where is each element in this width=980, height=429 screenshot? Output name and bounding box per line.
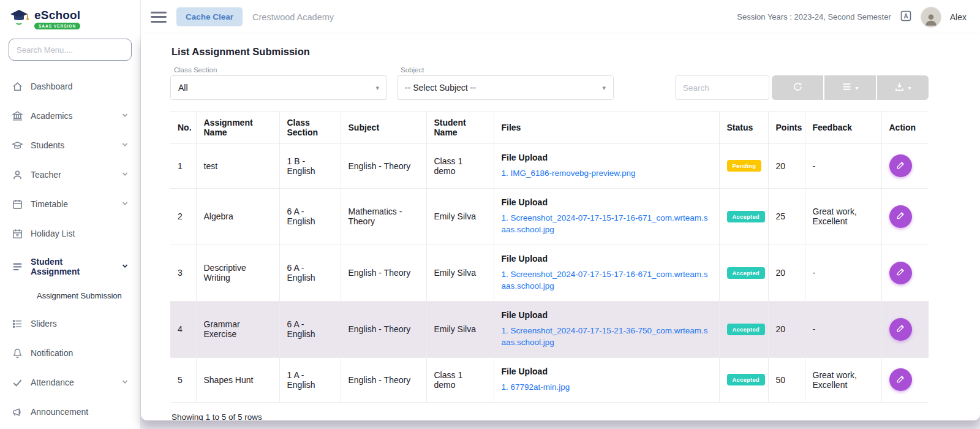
file-link[interactable]: 1. IMG_6186-removebg-preview.png [502, 167, 636, 180]
sidebar-item-attendance[interactable]: Attendance [0, 368, 140, 397]
sidebar-item-label: Academics [31, 111, 113, 121]
hamburger-menu-icon[interactable] [151, 11, 167, 23]
home-icon [11, 80, 23, 93]
table-footer: Showing 1 to 5 of 5 rows [172, 412, 927, 421]
sidebar-item-student-assignment[interactable]: Student Assignment [0, 248, 140, 285]
chevron-down-icon [121, 140, 129, 151]
subject-select[interactable]: -- Select Subject -- ▾ [397, 75, 614, 100]
sidebar-item-dashboard[interactable]: Dashboard [0, 72, 140, 101]
column-header-assignment-name[interactable]: Assignment Name [196, 112, 279, 144]
cell-points: 50 [768, 357, 805, 402]
cell-action [881, 301, 929, 357]
column-header-status[interactable]: Status [719, 112, 768, 144]
file-link[interactable]: 1. 67792at-min.jpg [502, 381, 570, 393]
sidebar-subitem-assignment-submission[interactable]: Assignment Submission [0, 285, 140, 309]
cell-class-section: 1 A - English [279, 357, 341, 402]
export-button[interactable]: ▾ [877, 75, 929, 100]
cell-files: File Upload1. Screenshot_2024-07-17-15-2… [494, 301, 719, 357]
chevron-down-icon [121, 378, 129, 388]
edit-button[interactable] [889, 205, 912, 228]
status-badge: Accepted [727, 211, 765, 222]
chevron-down-icon [121, 199, 129, 210]
cell-feedback: - [805, 301, 881, 357]
avatar[interactable] [921, 7, 941, 28]
cell-status: Accepted [719, 357, 768, 402]
sidebar-item-sliders[interactable]: Sliders [0, 309, 140, 338]
cell-subject: English - Theory [341, 301, 426, 357]
column-header-action[interactable]: Action [881, 112, 929, 144]
cell-assignment-name: Algebra [196, 188, 279, 245]
sidebar-item-academics[interactable]: Academics [0, 101, 140, 131]
pencil-icon [896, 324, 905, 335]
refresh-icon [793, 82, 803, 94]
brand-logo-icon [9, 7, 29, 30]
cell-feedback: - [805, 245, 881, 301]
sidebar-item-notification[interactable]: Notification [0, 338, 140, 368]
cell-feedback: - [805, 144, 881, 189]
school-name: Crestwood Academy [252, 12, 334, 22]
cell-no: 1 [170, 144, 196, 189]
status-badge: Accepted [727, 374, 765, 385]
cell-points: 20 [768, 144, 805, 189]
edit-button[interactable] [889, 154, 912, 177]
main-content: List Assignment Submission Class Section… [141, 34, 980, 420]
cell-assignment-name: Grammar Exercise [196, 301, 279, 357]
sidebar-item-label: Timetable [31, 199, 113, 209]
subject-label: Subject [397, 66, 614, 74]
sidebar-item-timetable[interactable]: Timetable [0, 189, 140, 219]
file-link[interactable]: 1. Screenshot_2024-07-17-15-21-36-750_co… [502, 325, 712, 349]
cell-points: 20 [768, 245, 805, 301]
cell-no: 5 [170, 357, 196, 402]
file-link[interactable]: 1. Screenshot_2024-07-17-15-17-16-671_co… [502, 212, 712, 236]
cell-class-section: 1 B - English [279, 144, 341, 189]
cell-assignment-name: Descriptive Writing [196, 245, 279, 301]
language-icon[interactable]: A [900, 10, 912, 24]
chevron-down-icon [121, 262, 129, 272]
filters-bar: Class Section All ▾ Subject -- Select Su… [170, 66, 929, 100]
column-header-class-section[interactable]: Class Section [279, 112, 341, 144]
chevron-down-icon: ▾ [908, 85, 911, 91]
cell-student-name: Emily Silva [426, 188, 494, 245]
class-section-select[interactable]: All ▾ [170, 75, 387, 100]
column-header-feedback[interactable]: Feedback [805, 112, 881, 144]
sidebar-item-holiday-list[interactable]: Holiday List [0, 219, 140, 248]
file-link[interactable]: 1. Screenshot_2024-07-17-15-17-16-671_co… [502, 268, 712, 292]
edit-button[interactable] [889, 318, 912, 341]
columns-button[interactable]: ▾ [824, 75, 876, 100]
column-header-subject[interactable]: Subject [341, 112, 426, 144]
sidebar-item-students[interactable]: Students [0, 131, 140, 160]
main-column: Cache Clear Crestwood Academy Session Ye… [141, 0, 980, 429]
edit-button[interactable] [889, 262, 912, 284]
cell-points: 25 [768, 188, 805, 245]
pencil-icon [896, 374, 905, 385]
file-upload-label: File Upload [502, 366, 712, 376]
sidebar-item-announcement[interactable]: Announcement [0, 397, 140, 427]
cell-no: 2 [170, 188, 196, 245]
students-icon [11, 139, 23, 151]
refresh-button[interactable] [772, 75, 823, 100]
download-icon [894, 82, 905, 94]
chevron-down-icon [121, 111, 129, 121]
sidebar: eSchool SAAS VERSION DashboardAcademicsS… [0, 0, 141, 429]
column-header-no[interactable]: No. [170, 112, 196, 144]
svg-text:A: A [903, 13, 908, 20]
status-badge: Accepted [727, 267, 765, 279]
sidebar-search-input[interactable] [9, 39, 132, 61]
holiday-icon [11, 227, 23, 240]
sidebar-item-teacher[interactable]: Teacher [0, 160, 140, 189]
sidebar-item-label: Holiday List [31, 229, 129, 238]
column-header-files[interactable]: Files [494, 112, 719, 144]
column-header-points[interactable]: Points [768, 112, 805, 144]
column-header-student-name[interactable]: Student Name [426, 112, 494, 144]
teacher-icon [11, 169, 23, 181]
table-row: 5Shapes Hunt1 A - EnglishEnglish - Theor… [170, 357, 929, 402]
file-upload-label: File Upload [502, 310, 712, 320]
table-body: 1test1 B - EnglishEnglish - TheoryClass … [170, 144, 929, 403]
edit-button[interactable] [889, 368, 912, 391]
sidebar-item-label: Attendance [31, 378, 113, 387]
page-title: List Assignment Submission [172, 46, 929, 58]
table-search-input[interactable] [675, 75, 769, 100]
cell-status: Accepted [719, 188, 768, 245]
cache-clear-button[interactable]: Cache Clear [176, 7, 243, 26]
cell-subject: English - Theory [341, 245, 426, 301]
